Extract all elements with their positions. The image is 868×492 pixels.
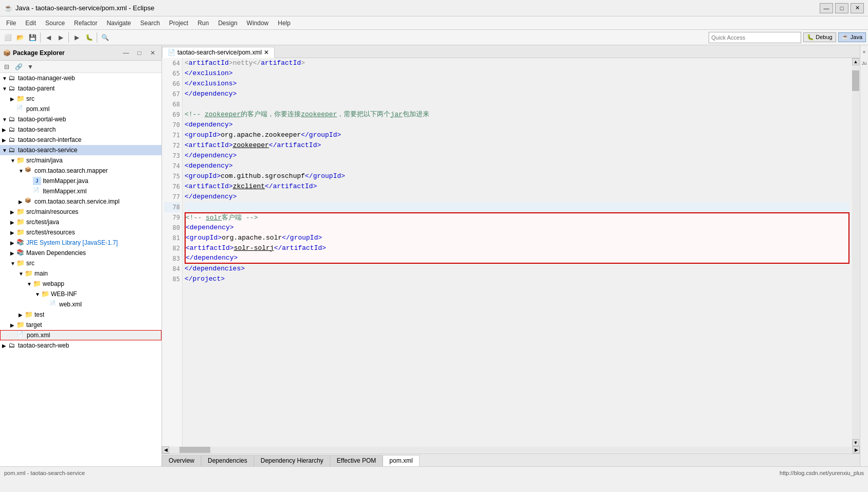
code-line[interactable]: <dependency> [185,223,849,233]
perspective-java[interactable]: ☕ Java [838,32,866,42]
code-line[interactable]: <artifactId>zookeeper</artifactId> [185,140,849,151]
quick-access-input[interactable] [709,32,801,43]
tree-arrow[interactable]: ▼ [19,168,25,174]
pe-settings[interactable]: ▼ [25,61,36,72]
tree-arrow[interactable]: ▶ [10,240,16,246]
toolbar-new[interactable]: ⬜ [2,32,13,43]
code-line[interactable]: <artifactId>solr-solrj</artifactId> [185,243,849,253]
tree-arrow[interactable]: ▼ [10,158,16,163]
tree-arrow[interactable]: ▶ [2,137,8,143]
tree-item[interactable]: ▶📦com.taotao.search.service.impl [0,196,161,207]
toolbar-save[interactable]: 💾 [27,32,38,43]
hscroll-left-arrow[interactable]: ◀ [162,446,169,453]
toolbar-debug[interactable]: 🐛 [83,32,95,43]
tree-item[interactable]: ▶🗂taotao-search-interface [0,135,161,145]
tree-arrow[interactable]: ▶ [10,209,16,215]
tree-arrow[interactable]: ▼ [2,86,8,92]
tree-item[interactable]: 📄web.xml [0,299,161,309]
tree-item[interactable]: ▼🗂taotao-search-service [0,145,161,155]
pe-maximize[interactable]: □ [134,47,145,59]
menu-run[interactable]: Run [193,19,213,28]
tree-item[interactable]: ▶📁src/main/resources [0,207,161,217]
tree-item[interactable]: ▼📁main [0,268,161,279]
pe-collapse[interactable]: ⊟ [1,61,12,72]
close-button[interactable]: ✕ [851,3,864,13]
tree-item[interactable]: ▼📁webapp [0,279,161,289]
tab-dependencies[interactable]: Dependencies [201,455,254,466]
code-line[interactable]: </dependency> [185,253,849,264]
menu-window[interactable]: Window [243,19,273,28]
hscroll-track[interactable] [169,447,853,453]
sidebar-right-btn2[interactable]: Ju [859,58,869,69]
editor-tab-pom[interactable]: 📄 taotao-search-service/pom.xml ✕ [162,47,275,58]
title-bar-controls[interactable]: — □ ✕ [820,3,864,13]
scroll-thumb[interactable] [852,70,859,91]
tree-item[interactable]: ▶📚JRE System Library [JavaSE-1.7] [0,238,161,248]
hscroll-right-arrow[interactable]: ▶ [853,446,860,453]
tree-item[interactable]: ▶🗂taotao-search-web [0,340,161,351]
code-area[interactable]: <artifactId>netty</artifactId> </exclusi… [183,58,852,447]
sidebar-right-btn1[interactable]: ≡ [859,46,869,58]
pe-link[interactable]: 🔗 [13,61,24,72]
tree-item[interactable]: ▶📁src/test/java [0,217,161,227]
code-line[interactable]: <artifactId>zkclient</artifactId> [185,181,849,192]
tree-item[interactable]: ▶📁target [0,320,161,330]
tree-item[interactable]: ▼🗂taotao-portal-web [0,114,161,124]
perspective-debug[interactable]: 🐛 Debug [803,32,836,42]
horizontal-scrollbar[interactable]: ◀ ▶ [162,446,860,453]
toolbar-back[interactable]: ◀ [43,32,54,43]
tab-effective-pom[interactable]: Effective POM [330,455,383,466]
vertical-scrollbar[interactable]: ▲ ▼ [852,58,860,447]
tree-arrow[interactable]: ▶ [2,127,8,133]
tree-arrow[interactable]: ▼ [2,117,8,122]
menu-search[interactable]: Search [136,19,164,28]
tree-arrow[interactable]: ▶ [10,322,16,328]
tree-item[interactable]: ▶📁src [0,94,161,104]
tree-arrow[interactable]: ▼ [2,76,8,81]
toolbar-open[interactable]: 📂 [14,32,26,43]
menu-help[interactable]: Help [274,19,295,28]
tree-item[interactable]: 📄ItemMapper.xml [0,186,161,196]
tree-arrow[interactable]: ▼ [19,271,25,277]
tree-arrow[interactable]: ▼ [2,148,8,153]
tree-item[interactable]: ▼📁src [0,258,161,268]
scroll-track[interactable] [852,65,859,440]
code-line[interactable]: </dependency> [185,192,849,202]
code-line[interactable]: <dependency> [185,120,849,130]
toolbar-forward[interactable]: ▶ [55,32,66,43]
tree-arrow[interactable]: ▼ [27,281,33,287]
menu-navigate[interactable]: Navigate [102,19,135,28]
tree-item[interactable]: ▶🗂taotao-search [0,124,161,135]
code-line[interactable]: </project> [185,274,849,284]
tree-item[interactable]: ▼🗂taotao-parent [0,83,161,94]
pe-close[interactable]: ✕ [147,47,158,59]
tab-close-icon[interactable]: ✕ [264,49,269,56]
tree-arrow[interactable]: ▶ [2,343,8,349]
tree-arrow[interactable]: ▶ [19,312,25,318]
tree-arrow[interactable]: ▼ [35,291,41,297]
code-line[interactable]: <groupId>org.apache.solr</groupId> [185,233,849,243]
tree-item[interactable]: ▼📁WEB-INF [0,289,161,299]
menu-source[interactable]: Source [41,19,69,28]
code-line[interactable]: </dependency> [185,151,849,161]
tree-arrow[interactable]: ▶ [10,230,16,235]
tab-dep-hierarchy[interactable]: Dependency Hierarchy [254,455,330,466]
tree-item[interactable]: ▶📚Maven Dependencies [0,248,161,258]
tree-arrow[interactable]: ▶ [19,199,25,205]
code-line[interactable] [185,202,849,212]
scroll-up-arrow[interactable]: ▲ [852,58,859,65]
menu-edit[interactable]: Edit [21,19,40,28]
tree-item[interactable]: ▼📁src/main/java [0,155,161,166]
code-line[interactable]: <groupId>org.apache.zookeeper</groupId> [185,130,849,140]
pe-minimize[interactable]: — [120,47,132,59]
code-line[interactable]: <!-- solr客户端 --> [185,212,849,223]
code-line[interactable]: <!-- zookeeper的客户端，你要连接zookeeper，需要把以下两个… [185,110,849,120]
code-line[interactable]: </dependency> [185,89,849,99]
tree-item[interactable]: ▼📦com.taotao.search.mapper [0,166,161,176]
toolbar-run[interactable]: ▶ [71,32,82,43]
tree-arrow[interactable]: ▶ [10,250,16,256]
code-line[interactable]: </dependencies> [185,264,849,274]
code-line[interactable]: <dependency> [185,161,849,171]
code-line[interactable]: <artifactId>netty</artifactId> [185,58,849,68]
code-line[interactable] [185,99,849,110]
